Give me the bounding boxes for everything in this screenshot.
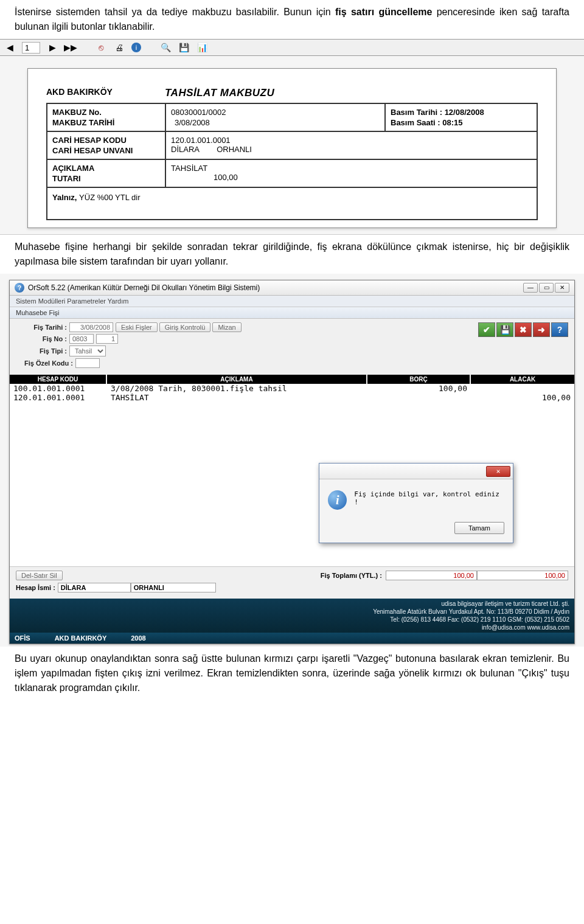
yalniz-text: YÜZ %00 YTL dir xyxy=(79,193,140,202)
maximize-icon[interactable]: ▭ xyxy=(539,283,554,293)
fis-toplam-borc xyxy=(386,571,477,580)
cari-kod: 120.01.001.0001 xyxy=(171,136,532,145)
makbuz-tarih-label: MAKBUZ TARİHİ xyxy=(52,118,160,127)
aciklama-label: AÇIKLAMA xyxy=(52,164,160,173)
aciklama-labels: AÇIKLAMA TUTARI xyxy=(47,160,166,187)
save-icon[interactable]: 💾 xyxy=(178,41,190,54)
tutar-label: TUTARI xyxy=(52,174,160,183)
makbuz-values: 08030001/0002 3/08/2008 xyxy=(166,104,384,131)
app-title: OrSoft 5.22 (Amerikan Kültür Derneği Dil… xyxy=(28,283,260,292)
receipt-company: AKD BAKIRKÖY xyxy=(46,87,165,99)
last-page-icon[interactable]: ▶▶ xyxy=(64,41,77,54)
form-area: ✔ 💾 ✖ ➜ ? Fiş Tarihi : Eski Fişler Giriş… xyxy=(10,319,574,375)
fis-toplam-label: Fiş Toplamı (YTL.) : xyxy=(321,572,386,579)
makbuz-labels: MAKBUZ No. MAKBUZ TARİHİ xyxy=(47,104,166,131)
aciklama-values: TAHSİLAT 100,00 xyxy=(166,160,537,187)
fis-tarihi-input[interactable] xyxy=(69,322,113,332)
fis-toplam-alacak xyxy=(477,571,568,580)
exit-icon[interactable]: ⎋ xyxy=(95,41,107,54)
status-year: 2008 xyxy=(131,634,145,642)
info-icon: i xyxy=(328,490,347,510)
col-aciklama: AÇIKLAMA xyxy=(107,375,367,384)
yalniz-label: Yalnız, xyxy=(52,193,79,202)
company-line1: udisa bilgisayar iletişim ve turizm tica… xyxy=(15,600,569,608)
app-titlebar: ? OrSoft 5.22 (Amerikan Kültür Derneği D… xyxy=(10,280,574,296)
fis-tipi-label: Fiş Tipi : xyxy=(16,347,69,355)
fis-no-b-input[interactable] xyxy=(96,334,118,344)
mizan-button[interactable]: Mizan xyxy=(212,322,241,332)
cari-values: 120.01.001.0001 DİLARA ORHANLI xyxy=(166,132,537,159)
fis-no-a-input[interactable] xyxy=(69,334,94,344)
tutar: 100,00 xyxy=(171,173,532,182)
info-icon[interactable]: i xyxy=(131,43,141,52)
cari-unvan: DİLARA ORHANLI xyxy=(171,145,532,154)
status-strip: udisa bilgisayar iletişim ve turizm tica… xyxy=(10,599,574,633)
hesap-ismi-label: Hesap İsmi : xyxy=(16,584,58,591)
close-icon[interactable]: ✕ xyxy=(555,283,569,293)
cari-kod-label: CARİ HESAP KODU xyxy=(52,136,160,145)
fis-tipi-select[interactable]: Tahsil xyxy=(69,346,106,356)
next-page-icon[interactable]: ▶ xyxy=(46,41,58,54)
col-borc: BORÇ xyxy=(367,375,471,384)
aciklama: TAHSİLAT xyxy=(171,164,532,173)
app-wrap: ? OrSoft 5.22 (Amerikan Kültür Derneği D… xyxy=(0,274,584,647)
confirm-button[interactable]: ✔ xyxy=(478,322,495,337)
exit-button[interactable]: ➜ xyxy=(533,322,550,337)
dialog-message: Fiş içinde bilgi var, kontrol ediniz ! xyxy=(354,490,504,506)
eski-fisler-button[interactable]: Eski Fişler xyxy=(116,322,158,332)
yalniz-row: Yalnız, YÜZ %00 YTL dir xyxy=(46,188,538,220)
preview-toolbar: ◀ ▶ ▶▶ ⎋ 🖨 i 🔍 💾 📊 xyxy=(0,39,584,56)
receipt-title: TAHSİLAT MAKBUZU xyxy=(165,87,274,99)
makbuz-no: 08030001/0002 xyxy=(171,108,380,117)
status-branch: AKD BAKIRKÖY xyxy=(55,634,107,642)
dialog-close-button[interactable]: ✕ xyxy=(486,466,510,477)
col-hesap-kodu: HESAP KODU xyxy=(10,375,107,384)
inner-window-title: Muhasebe Fişi xyxy=(10,307,574,319)
app-menubar[interactable]: Sistem Modülleri Parametreler Yardım xyxy=(10,296,574,307)
fis-ozel-input[interactable] xyxy=(75,358,100,368)
mid-paragraph: Muhasebe fişine herhangi bir şekilde son… xyxy=(0,235,584,274)
grid-header: HESAP KODU AÇIKLAMA BORÇ ALACAK xyxy=(10,375,574,384)
top-right-buttons: ✔ 💾 ✖ ➜ ? xyxy=(478,322,568,337)
prev-page-icon[interactable]: ◀ xyxy=(4,41,16,54)
hesap-ismi-a xyxy=(58,583,131,592)
search-icon[interactable]: 🔍 xyxy=(159,41,172,54)
cancel-button[interactable]: ✖ xyxy=(515,322,532,337)
basim-saat-row: Basım Saati : 08:15 xyxy=(391,118,532,127)
minimize-icon[interactable]: — xyxy=(523,283,538,293)
status-ofis: OFİS xyxy=(15,634,30,642)
intro-text-a: İstenirse sistemden tahsil ya da tediye … xyxy=(15,7,335,17)
intro-bold: fiş satırı güncelleme xyxy=(335,7,432,17)
makbuz-no-label: MAKBUZ No. xyxy=(52,108,160,117)
chart-icon[interactable]: 📊 xyxy=(196,41,208,54)
basim-block: Basım Tarihi : 12/08/2008 Basım Saati : … xyxy=(384,104,537,131)
receipt-page: AKD BAKIRKÖY TAHSİLAT MAKBUZU MAKBUZ No.… xyxy=(27,68,557,228)
del-satir-button[interactable]: Del-Satır Sil xyxy=(16,571,63,580)
company-line2: Yenimahalle Atatürk Bulvarı Yurdakul Apt… xyxy=(15,608,569,616)
info-dialog: ✕ i Fiş içinde bilgi var, kontrol ediniz… xyxy=(319,463,513,543)
table-row[interactable]: 120.01.001.0001 TAHSİLAT 100,00 xyxy=(13,393,571,402)
grid-body: 100.01.001.0001 3/08/2008 Tarih, 8030001… xyxy=(10,384,574,566)
intro-paragraph: İstenirse sistemden tahsil ya da tediye … xyxy=(0,0,584,39)
help-button[interactable]: ? xyxy=(551,322,568,337)
bottom-area: Del-Satır Sil Fiş Toplamı (YTL.) : Hesap… xyxy=(10,566,574,599)
status-bar: OFİS AKD BAKIRKÖY 2008 xyxy=(10,633,574,644)
preview-paper: AKD BAKIRKÖY TAHSİLAT MAKBUZU MAKBUZ No.… xyxy=(0,56,584,235)
print-icon[interactable]: 🖨 xyxy=(113,41,125,54)
giris-kontrolu-button[interactable]: Giriş Kontrolü xyxy=(159,322,211,332)
makbuz-tarih: 3/08/2008 xyxy=(171,118,380,127)
col-alacak: ALACAK xyxy=(471,375,574,384)
dialog-ok-button[interactable]: Tamam xyxy=(454,522,504,534)
basim-tarih-row: Basım Tarihi : 12/08/2008 xyxy=(391,108,532,117)
cari-labels: CARİ HESAP KODU CARİ HESAP UNVANI xyxy=(47,132,166,159)
company-line3: Tel: (0256) 813 4468 Fax: (0532) 219 111… xyxy=(15,616,569,624)
fis-ozel-label: Fiş Özel Kodu : xyxy=(16,360,75,367)
cari-unvan-label: CARİ HESAP UNVANI xyxy=(52,146,160,155)
outro-paragraph: Bu uyarı okunup onaylandıktan sonra sağ … xyxy=(0,647,584,700)
app-icon: ? xyxy=(15,283,24,293)
page-number-input[interactable] xyxy=(22,42,40,54)
dialog-titlebar: ✕ xyxy=(319,464,513,479)
table-row[interactable]: 100.01.001.0001 3/08/2008 Tarih, 8030001… xyxy=(13,384,571,393)
save-button[interactable]: 💾 xyxy=(496,322,513,337)
hesap-ismi-b xyxy=(131,583,216,592)
